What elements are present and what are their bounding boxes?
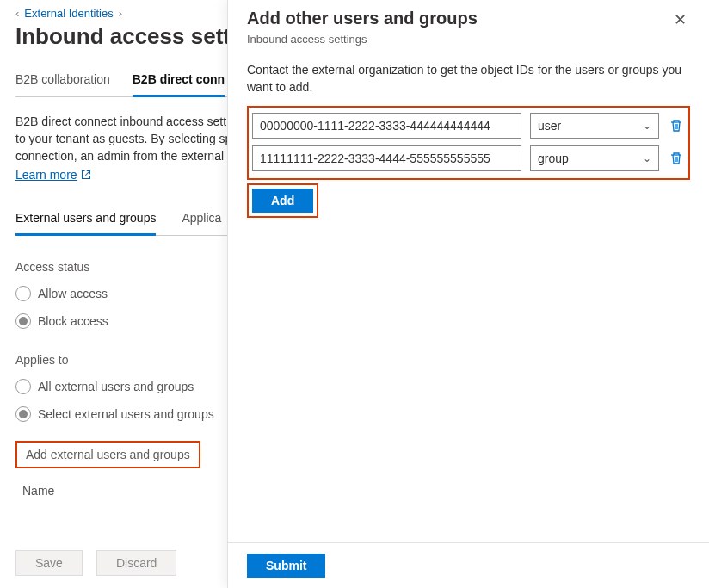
submit-button[interactable]: Submit xyxy=(247,554,325,578)
tab-b2b-collaboration[interactable]: B2B collaboration xyxy=(15,67,110,96)
subtab-applications[interactable]: Applica xyxy=(182,207,221,235)
panel-title: Add other users and groups xyxy=(247,9,478,28)
radio-icon xyxy=(15,313,31,329)
radio-icon xyxy=(15,379,31,394)
delete-row-button[interactable] xyxy=(668,117,685,134)
panel-header: Add other users and groups ✕ Inbound acc… xyxy=(228,0,709,61)
object-id-input[interactable] xyxy=(252,113,521,139)
trash-icon xyxy=(669,152,683,165)
add-button-highlight: Add xyxy=(247,183,318,218)
rows-highlight: user ⌄ group ⌄ xyxy=(247,106,690,180)
radio-icon xyxy=(15,406,31,422)
entry-row: group ⌄ xyxy=(252,145,685,171)
radio-label: Block access xyxy=(38,314,108,328)
object-id-input[interactable] xyxy=(252,145,521,171)
chevron-down-icon: ⌄ xyxy=(643,152,651,164)
add-button[interactable]: Add xyxy=(252,189,313,213)
type-select[interactable]: group ⌄ xyxy=(530,145,659,171)
external-link-icon xyxy=(81,170,91,180)
tab-b2b-direct-connect[interactable]: B2B direct conn xyxy=(133,67,225,97)
trash-icon xyxy=(669,119,683,133)
radio-label: Allow access xyxy=(38,287,108,300)
chevron-down-icon: ⌄ xyxy=(643,120,651,132)
radio-icon xyxy=(15,286,31,301)
subtab-external-users[interactable]: External users and groups xyxy=(15,207,156,236)
learn-more-link[interactable]: Learn more xyxy=(15,168,91,182)
close-icon: ✕ xyxy=(674,11,687,28)
chevron-right-icon: › xyxy=(119,7,122,20)
page-footer-buttons: Save Discard xyxy=(15,550,176,576)
discard-button[interactable]: Discard xyxy=(96,550,176,576)
breadcrumb-parent[interactable]: External Identities xyxy=(24,7,113,20)
panel-subtitle: Inbound access settings xyxy=(247,33,690,46)
save-button[interactable]: Save xyxy=(15,550,83,576)
type-value: user xyxy=(538,119,561,133)
radio-label: Select external users and groups xyxy=(38,407,214,421)
panel-footer: Submit xyxy=(228,542,709,588)
delete-row-button[interactable] xyxy=(668,150,685,167)
panel-intro: Contact the external organization to get… xyxy=(247,61,690,96)
entry-row: user ⌄ xyxy=(252,113,685,139)
panel-body: Contact the external organization to get… xyxy=(228,61,709,542)
type-select[interactable]: user ⌄ xyxy=(530,113,659,139)
chevron-left-icon: ‹ xyxy=(15,7,19,20)
add-external-users-button[interactable]: Add external users and groups xyxy=(15,441,200,468)
add-users-panel: Add other users and groups ✕ Inbound acc… xyxy=(227,0,709,588)
close-button[interactable]: ✕ xyxy=(670,9,690,31)
learn-more-label: Learn more xyxy=(15,168,77,182)
radio-label: All external users and groups xyxy=(38,380,194,393)
type-value: group xyxy=(538,152,569,165)
